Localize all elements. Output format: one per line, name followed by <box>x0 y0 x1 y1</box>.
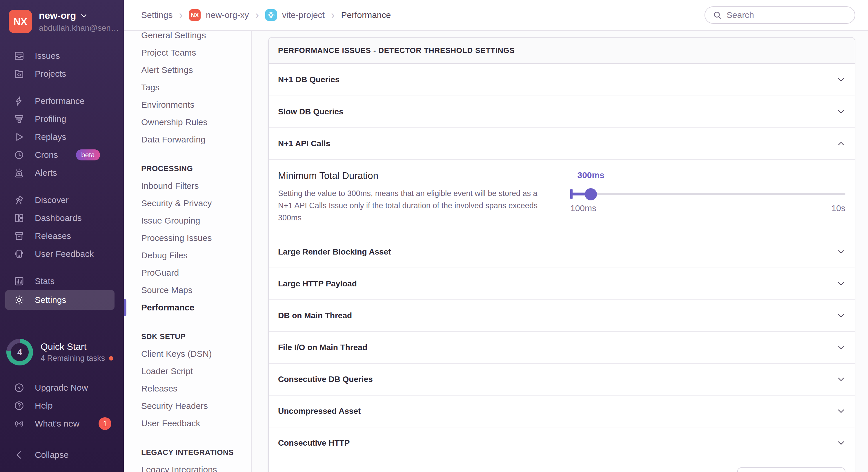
slider-track[interactable] <box>570 188 845 200</box>
org-badge-icon: NX <box>189 9 200 21</box>
subnav-item-source-maps[interactable]: Source Maps <box>141 281 245 299</box>
slider-thumb[interactable] <box>585 188 597 200</box>
detector-row-n1-api-calls[interactable]: N+1 API Calls <box>269 127 855 159</box>
breadcrumb-performance: Performance <box>341 10 391 20</box>
breadcrumb-project[interactable]: vite-project <box>265 9 325 21</box>
issues-icon <box>13 50 25 62</box>
search-icon <box>713 10 722 20</box>
sidebar-spacer <box>0 310 124 333</box>
sidebar-item-performance[interactable]: Performance <box>0 92 124 110</box>
subnav-item-tags[interactable]: Tags <box>141 79 245 96</box>
detector-row-slow-db-queries[interactable]: Slow DB Queries <box>269 96 855 127</box>
detector-row-db-on-main-thread[interactable]: DB on Main Thread <box>269 299 855 331</box>
settings-subnav: General Settings Project Teams Alert Set… <box>124 31 252 472</box>
detector-row-n1-db-queries[interactable]: N+1 DB Queries <box>269 64 855 96</box>
subnav-item-legacy-integrations[interactable]: Legacy Integrations <box>141 461 245 472</box>
subnav-item-client-keys[interactable]: Client Keys (DSN) <box>141 345 245 363</box>
panel-footer: Reset All Thresholds <box>269 459 855 472</box>
top-header: Settings NX new-org-xy <box>124 0 868 31</box>
sidebar-item-label: Stats <box>35 276 55 286</box>
notification-dot <box>109 356 113 361</box>
org-switcher[interactable]: NX new-org abdullah.khan@sen… <box>0 0 124 41</box>
subnav-item-debug-files[interactable]: Debug Files <box>141 247 245 264</box>
sidebar-item-projects[interactable]: Projects <box>0 65 124 83</box>
detector-row-large-render-blocking-asset[interactable]: Large Render Blocking Asset <box>269 236 855 268</box>
subnav-item-proguard[interactable]: ProGuard <box>141 264 245 281</box>
sidebar-item-upgrade-now[interactable]: Upgrade Now <box>0 379 124 397</box>
main-content: PERFORMANCE ISSUES - DETECTOR THRESHOLD … <box>252 31 868 472</box>
sidebar-item-replays[interactable]: Replays <box>0 128 124 146</box>
threshold-description-block: Minimum Total Duration Setting the value… <box>278 170 553 224</box>
org-meta: new-org abdullah.khan@sen… <box>39 10 117 33</box>
subnav-item-user-feedback[interactable]: User Feedback <box>141 415 245 432</box>
quick-start[interactable]: 4 Quick Start 4 Remaining tasks <box>0 333 124 371</box>
sidebar-item-label: Replays <box>35 132 66 142</box>
subnav-item-ownership-rules[interactable]: Ownership Rules <box>141 113 245 131</box>
sidebar-item-alerts[interactable]: Alerts <box>0 164 124 182</box>
sidebar-item-issues[interactable]: Issues <box>0 47 124 65</box>
settings-gear-icon <box>13 294 25 306</box>
subnav-item-data-forwarding[interactable]: Data Forwarding <box>141 131 245 148</box>
sidebar-item-label: User Feedback <box>35 249 94 259</box>
search-box[interactable] <box>705 6 855 24</box>
breadcrumb-separator <box>331 9 335 21</box>
subnav-item-loader-script[interactable]: Loader Script <box>141 363 245 380</box>
sidebar-item-help[interactable]: Help <box>0 397 124 415</box>
chevron-left-icon <box>13 449 25 461</box>
user-feedback-icon <box>13 248 25 260</box>
duration-slider: 300ms 100ms 10s <box>570 170 845 224</box>
slider-rail <box>570 193 845 195</box>
subnav-item-project-teams[interactable]: Project Teams <box>141 44 245 61</box>
detector-row-consecutive-db-queries[interactable]: Consecutive DB Queries <box>269 363 855 395</box>
subnav-item-general-settings[interactable]: General Settings <box>141 31 245 44</box>
detector-row-consecutive-http[interactable]: Consecutive HTTP <box>269 427 855 459</box>
chevron-down-icon <box>837 75 845 84</box>
subnav-item-security-privacy[interactable]: Security & Privacy <box>141 195 245 212</box>
crons-icon <box>13 149 25 161</box>
breadcrumb-settings[interactable]: Settings <box>141 10 173 20</box>
reset-all-thresholds-button[interactable]: Reset All Thresholds <box>737 467 845 472</box>
sidebar-item-stats[interactable]: Stats <box>0 272 124 290</box>
sidebar-nav: Issues Projects Performance Profiling Re… <box>0 41 124 310</box>
search-input[interactable] <box>726 10 847 20</box>
sidebar-item-settings[interactable]: Settings <box>5 290 115 310</box>
org-name: new-org <box>39 10 76 21</box>
discover-icon <box>13 194 25 206</box>
slider-min-tick <box>570 189 572 199</box>
quick-start-subtitle: 4 Remaining tasks <box>40 354 105 363</box>
dashboards-icon <box>13 212 25 224</box>
subnav-item-processing-issues[interactable]: Processing Issues <box>141 229 245 247</box>
sidebar-item-label: What's new <box>35 419 80 429</box>
breadcrumb-separator <box>255 9 259 21</box>
quick-start-count: 4 <box>18 347 22 357</box>
detector-row-uncompressed-asset[interactable]: Uncompressed Asset <box>269 395 855 427</box>
slider-min-label: 100ms <box>570 203 596 213</box>
subnav-item-inbound-filters[interactable]: Inbound Filters <box>141 177 245 195</box>
detector-row-large-http-payload[interactable]: Large HTTP Payload <box>269 268 855 299</box>
subnav-item-releases[interactable]: Releases <box>141 380 245 397</box>
subnav-item-alert-settings[interactable]: Alert Settings <box>141 61 245 79</box>
quick-start-meta: Quick Start 4 Remaining tasks <box>40 341 113 363</box>
sidebar-collapse-button[interactable]: Collapse <box>0 446 124 464</box>
org-email: abdullah.khan@sen… <box>39 24 117 33</box>
sidebar-item-crons[interactable]: Crons beta <box>0 146 124 164</box>
subnav-item-performance[interactable]: Performance <box>141 299 245 316</box>
sidebar-item-dashboards[interactable]: Dashboards <box>0 209 124 227</box>
sidebar-item-releases[interactable]: Releases <box>0 227 124 245</box>
subnav-item-issue-grouping[interactable]: Issue Grouping <box>141 212 245 229</box>
profiling-icon <box>13 113 25 125</box>
sidebar-item-label: Releases <box>35 231 71 241</box>
sidebar-item-whats-new[interactable]: What's new 1 <box>0 415 124 433</box>
subnav-item-environments[interactable]: Environments <box>141 96 245 113</box>
sidebar: NX new-org abdullah.khan@sen… Issues Pro… <box>0 0 124 472</box>
detector-row-file-io-on-main-thread[interactable]: File I/O on Main Thread <box>269 331 855 363</box>
chevron-up-icon <box>837 139 845 148</box>
app-root: NX new-org abdullah.khan@sen… Issues Pro… <box>0 0 868 472</box>
sidebar-item-profiling[interactable]: Profiling <box>0 110 124 128</box>
breadcrumb-organization[interactable]: NX new-org-xy <box>189 9 249 21</box>
replays-icon <box>13 131 25 143</box>
detector-threshold-panel: PERFORMANCE ISSUES - DETECTOR THRESHOLD … <box>268 37 855 472</box>
sidebar-item-discover[interactable]: Discover <box>0 191 124 209</box>
sidebar-item-user-feedback[interactable]: User Feedback <box>0 245 124 263</box>
subnav-item-security-headers[interactable]: Security Headers <box>141 397 245 415</box>
